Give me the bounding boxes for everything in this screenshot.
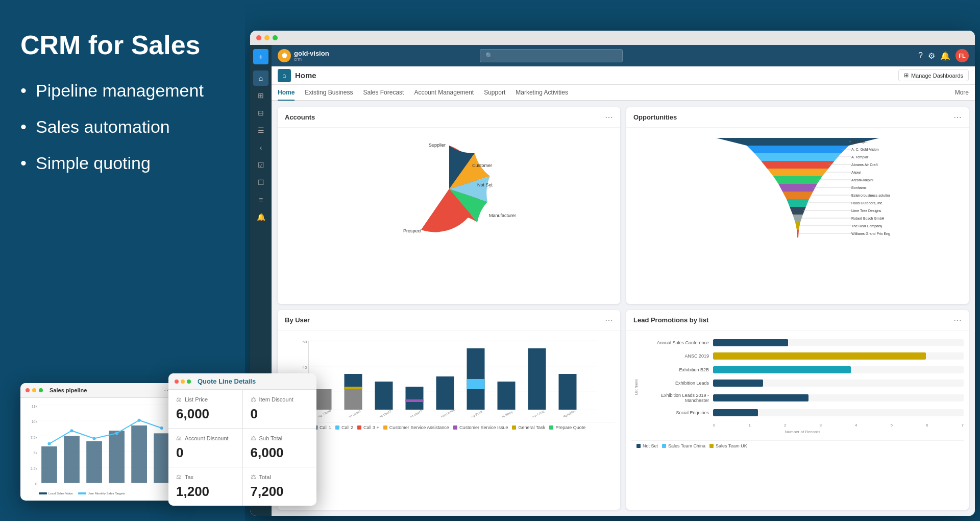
y-label-0: 11k bbox=[24, 405, 37, 408]
lead-bar-track-6 bbox=[713, 409, 964, 416]
svg-marker-30 bbox=[773, 176, 822, 184]
sidebar-home-button[interactable]: ⌂ bbox=[253, 70, 268, 86]
quote-cell-account-discount: ⚖ Account Discount 0 bbox=[168, 429, 242, 467]
nav-item-account-management[interactable]: Account Management bbox=[414, 85, 474, 101]
nav-item-home[interactable]: Home bbox=[278, 85, 295, 101]
quote-label-list-price: ⚖ List Price bbox=[176, 396, 235, 403]
lead-bar-track-5 bbox=[713, 394, 964, 401]
svg-marker-35 bbox=[793, 215, 803, 222]
nav-more[interactable]: More bbox=[955, 89, 969, 96]
crm-breadcrumb: ⌂ Home ⊞ Manage Dashboards bbox=[272, 66, 975, 85]
svg-marker-26 bbox=[747, 146, 849, 153]
sidebar-check2-button[interactable]: ☐ bbox=[253, 175, 268, 190]
lead-legend-color-not-set bbox=[636, 444, 641, 448]
svg-rect-9 bbox=[109, 431, 125, 483]
svg-rect-75 bbox=[345, 387, 362, 389]
avatar[interactable]: FL bbox=[955, 49, 969, 62]
svg-point-13 bbox=[70, 429, 73, 432]
lead-promotions-card: Lead Promotions by list ⋯ List Name bbox=[626, 310, 969, 510]
svg-text:Tim Benchley: Tim Benchley bbox=[557, 409, 577, 417]
mini-legend: Local Sales Value User Monthly Sales Tar… bbox=[39, 492, 125, 495]
svg-text:Esteiro business solutions ltd: Esteiro business solutions ltd bbox=[851, 194, 890, 197]
y-label-5: 0 bbox=[24, 482, 37, 486]
svg-marker-32 bbox=[782, 192, 813, 199]
accounts-card-body: Customer Not Set Supplier Manufacturer P… bbox=[278, 128, 620, 250]
quote-cell-item-discount: ⚖ Item Discount 0 bbox=[243, 390, 317, 428]
browser-dot-green[interactable] bbox=[273, 35, 278, 40]
svg-text:Abrams Air Craft: Abrams Air Craft bbox=[851, 163, 877, 167]
nav-item-existing-business[interactable]: Existing Business bbox=[305, 85, 353, 101]
svg-text:Williams Grand Prix Engineerin: Williams Grand Prix Engineering bbox=[851, 232, 890, 236]
quote-value-total: 7,200 bbox=[251, 484, 309, 500]
quote-cell-total: ⚖ Total 7,200 bbox=[243, 467, 317, 506]
small-dash-title: Sales pipeline bbox=[50, 387, 161, 393]
sidebar-add-button[interactable]: + bbox=[253, 49, 268, 64]
lead-bar-label-2: ANSC 2019 bbox=[642, 353, 713, 359]
quote-grid: ⚖ List Price 6,000 ⚖ Item Discount 0 ⚖ A… bbox=[168, 390, 316, 506]
home-icon-button[interactable]: ⌂ bbox=[278, 69, 291, 82]
sidebar-bell-button[interactable]: 🔔 bbox=[253, 209, 268, 225]
crm-search[interactable] bbox=[480, 49, 623, 62]
sidebar-list-button[interactable]: ≡ bbox=[253, 192, 268, 207]
lead-x-axis-label: Number of Records bbox=[642, 430, 964, 434]
pie-chart-svg: Customer Not Set Supplier Manufacturer P… bbox=[378, 135, 521, 243]
sidebar-menu-button[interactable]: ☰ bbox=[253, 123, 268, 138]
quote-cell-list-price: ⚖ List Price 6,000 bbox=[168, 390, 242, 428]
quote-label-tax: ⚖ Tax bbox=[176, 473, 235, 481]
lead-bar-row-4: Exhibition Leads bbox=[642, 380, 964, 387]
accounts-card-title: Accounts bbox=[285, 113, 315, 121]
sidebar-check-button[interactable]: ☑ bbox=[253, 157, 268, 173]
by-user-card-menu[interactable]: ⋯ bbox=[605, 315, 613, 325]
notifications-icon[interactable]: 🔔 bbox=[940, 51, 950, 61]
mini-y-labels: 11k 10k 7.5k 5k 2.5k 0 bbox=[24, 405, 37, 486]
svg-rect-78 bbox=[406, 387, 424, 410]
svg-text:Alexei: Alexei bbox=[851, 171, 862, 174]
sidebar-modules-button[interactable]: ⊟ bbox=[253, 105, 268, 121]
opportunities-card-header: Opportunities ⋯ bbox=[626, 107, 969, 128]
nav-item-support[interactable]: Support bbox=[484, 85, 505, 101]
scale-icon-1: ⚖ bbox=[176, 396, 182, 403]
search-input[interactable] bbox=[480, 49, 623, 62]
help-icon[interactable]: ? bbox=[918, 51, 923, 60]
svg-text:Bonhams: Bonhams bbox=[851, 186, 867, 190]
svg-rect-83 bbox=[498, 382, 516, 410]
svg-marker-31 bbox=[778, 184, 817, 192]
lead-promotions-card-menu[interactable]: ⋯ bbox=[953, 315, 962, 325]
svg-text:Demo User1: Demo User1 bbox=[344, 409, 361, 417]
browser-window: + ⌂ ⊞ ⊟ ☰ ‹ ☑ ☐ ≡ 🔔 ⬟ gold·vision crm bbox=[250, 31, 975, 516]
by-user-card-header: By User ⋯ bbox=[278, 310, 620, 330]
svg-marker-37 bbox=[797, 230, 799, 238]
svg-text:40: 40 bbox=[303, 365, 307, 370]
browser-dot-yellow[interactable] bbox=[264, 35, 270, 40]
legend-item-1: Local Sales Value bbox=[39, 492, 73, 495]
svg-point-12 bbox=[47, 442, 51, 445]
legend-prepare-quote: Prepare Quote bbox=[549, 425, 585, 430]
svg-text:Demo User2: Demo User2 bbox=[374, 409, 392, 417]
quote-cell-tax: ⚖ Tax 1,200 bbox=[168, 467, 242, 506]
crm-logo-sub: crm bbox=[294, 57, 329, 62]
browser-dot-red[interactable] bbox=[256, 35, 261, 40]
by-user-card-body: 60 40 20 0 bbox=[278, 330, 620, 438]
legend-csi: Customer Service Issue bbox=[453, 425, 508, 430]
browser-titlebar bbox=[250, 31, 975, 45]
by-user-chart-svg: 60 40 20 0 bbox=[283, 336, 615, 417]
sidebar-grid-button[interactable]: ⊞ bbox=[253, 88, 268, 103]
lead-promotions-card-body: List Name Annual Sales Conference bbox=[626, 330, 969, 456]
y-label-2: 7.5k bbox=[24, 436, 37, 439]
settings-icon[interactable]: ⚙ bbox=[928, 51, 935, 61]
small-dash-body: 11k 10k 7.5k 5k 2.5k 0 bbox=[20, 398, 176, 500]
nav-item-sales-forecast[interactable]: Sales Forecast bbox=[363, 85, 404, 101]
legend-call3: Call 3 + bbox=[357, 425, 379, 430]
opportunities-card-menu[interactable]: ⋯ bbox=[953, 112, 962, 122]
quote-card: Quote Line Details ⚖ List Price 6,000 ⚖ … bbox=[168, 373, 316, 506]
nav-item-marketing[interactable]: Marketing Activities bbox=[516, 85, 568, 101]
lead-legend-china: Sales Team China bbox=[662, 443, 705, 448]
manage-dashboards-button[interactable]: ⊞ Manage Dashboards bbox=[898, 69, 969, 81]
quote-label-item-discount: ⚖ Item Discount bbox=[251, 396, 309, 403]
sidebar-chevron-button[interactable]: ‹ bbox=[253, 140, 268, 155]
svg-text:Robert Bosch GmbH: Robert Bosch GmbH bbox=[851, 217, 885, 220]
bullet-item-1: Pipeline management bbox=[20, 80, 225, 101]
legend-color-csa bbox=[383, 425, 387, 430]
lead-bar-fill-5 bbox=[713, 394, 808, 401]
accounts-card-menu[interactable]: ⋯ bbox=[605, 112, 613, 122]
